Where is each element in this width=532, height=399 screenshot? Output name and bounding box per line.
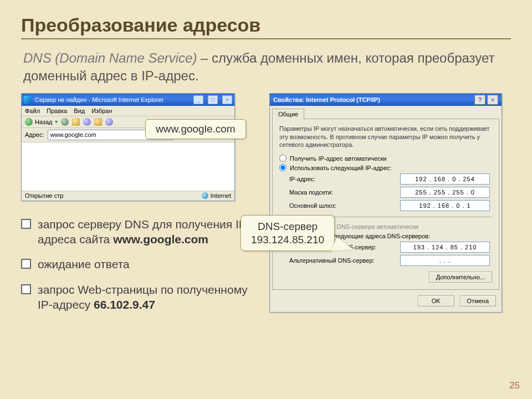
ie-title-text: Сервер не найден - Microsoft Internet Ex…: [35, 96, 189, 103]
dialog-buttons: OK Отмена: [270, 290, 502, 312]
back-button[interactable]: Назад ▾: [25, 118, 58, 126]
status-left: Открытие стр: [25, 192, 63, 200]
callout-line2: 193.124.85.210: [251, 233, 324, 247]
advanced-button[interactable]: Дополнительно...: [429, 272, 492, 283]
label-dns2: Альтернативный DNS-сервер:: [289, 257, 400, 264]
tab-general[interactable]: Общие: [272, 109, 304, 119]
radio-auto-ip[interactable]: Получить IP-адрес автоматически: [279, 155, 492, 162]
page-number: 25: [509, 380, 520, 391]
search-icon[interactable]: [105, 118, 113, 126]
forward-icon[interactable]: [61, 118, 69, 126]
dialog-titlebar: Свойства: Internet Protocol (TCP/IP) ? ×: [270, 94, 502, 106]
status-zone: Internet: [202, 192, 231, 199]
ip-address-input[interactable]: 192 . 168 . 0 . 254: [400, 173, 490, 185]
close-icon[interactable]: ×: [487, 95, 498, 105]
chevron-down-icon: ▾: [55, 119, 58, 125]
bullet-list: запрос серверу DNS для получения IP-адре…: [21, 217, 259, 322]
dialog-tabs: Общие: [270, 106, 502, 119]
stop-icon[interactable]: [72, 118, 80, 126]
help-icon[interactable]: ?: [474, 95, 485, 105]
dns-expansion: (Domain Name Service): [55, 50, 197, 65]
refresh-icon[interactable]: [83, 118, 91, 126]
ok-button[interactable]: OK: [418, 295, 454, 306]
back-label: Назад: [35, 119, 53, 125]
list-item: ожидание ответа: [21, 257, 259, 282]
title-rule: [21, 38, 511, 39]
row-mask: Маска подсети: 255 . 255 . 255 . 0: [279, 187, 492, 198]
intro-text: DNS (Domain Name Service) – служба домен…: [21, 49, 511, 85]
tcpip-dialog: Свойства: Internet Protocol (TCP/IP) ? ×…: [269, 93, 502, 313]
dialog-title-text: Свойства: Internet Protocol (TCP/IP): [273, 96, 473, 103]
label-gateway: Основной шлюз:: [289, 202, 400, 209]
minimize-icon[interactable]: _: [193, 95, 203, 104]
gateway-input[interactable]: 192 . 168 . 0 . 1: [400, 200, 490, 211]
maximize-icon[interactable]: □: [208, 95, 218, 104]
url-callout: www.google.com: [145, 119, 246, 139]
list-item: запрос серверу DNS для получения IP-адре…: [21, 217, 259, 257]
radio-input[interactable]: [279, 155, 287, 162]
label-ip: IP-адрес:: [289, 176, 400, 182]
ie-icon: [24, 96, 32, 104]
row-ip: IP-адрес: 192 . 168 . 0 . 254: [279, 173, 492, 185]
label-mask: Маска подсети:: [289, 189, 400, 196]
close-icon[interactable]: ×: [222, 95, 232, 104]
ie-titlebar: Сервер не найден - Microsoft Internet Ex…: [22, 94, 234, 106]
dialog-description: Параметры IP могут назначаться автоматич…: [279, 125, 492, 150]
page-title: Преобразование адресов: [21, 14, 511, 36]
ie-window: Сервер не найден - Microsoft Internet Ex…: [21, 93, 235, 201]
menu-view[interactable]: Вид: [74, 108, 85, 114]
address-label: Адрес:: [25, 131, 44, 138]
subnet-mask-input[interactable]: 255 . 255 . 255 . 0: [400, 187, 490, 198]
dns1-input[interactable]: 193 . 124 . 85 . 210: [400, 242, 490, 253]
list-item: запрос Web-страницы по полученному IP-ад…: [21, 282, 259, 323]
ie-viewport: [22, 142, 234, 191]
dns2-input[interactable]: . . .: [400, 255, 490, 266]
menu-file[interactable]: Файл: [25, 108, 40, 114]
home-icon[interactable]: [94, 118, 102, 126]
back-icon: [25, 118, 33, 126]
row-dns2: Альтернативный DNS-сервер: . . .: [279, 255, 492, 266]
dns-server-callout: DNS-сервер 193.124.85.210: [241, 215, 335, 252]
ie-menubar: Файл Правка Вид Избран: [22, 106, 234, 116]
row-gw: Основной шлюз: 192 . 168 . 0 . 1: [279, 200, 492, 211]
cancel-button[interactable]: Отмена: [460, 295, 496, 306]
callout-line1: DNS-сервер: [251, 220, 324, 233]
menu-fav[interactable]: Избран: [91, 108, 112, 114]
radio-manual-ip[interactable]: Использовать следующий IP-адрес:: [279, 164, 492, 171]
menu-edit[interactable]: Правка: [47, 108, 67, 114]
dns-abbrev: DNS: [23, 50, 52, 65]
ie-statusbar: Открытие стр Internet: [22, 191, 234, 201]
internet-zone-icon: [202, 192, 208, 199]
dialog-pane: Параметры IP могут назначаться автоматич…: [272, 119, 499, 290]
radio-input[interactable]: [279, 164, 287, 171]
